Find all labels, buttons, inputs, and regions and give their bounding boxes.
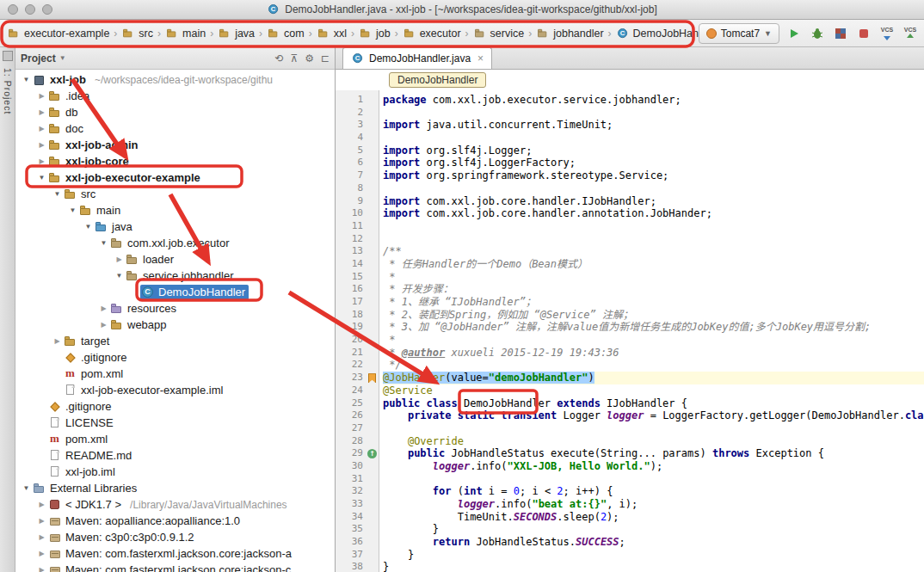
tree-item-loader[interactable]: ▶loader (15, 251, 335, 268)
minimize-window-button[interactable] (25, 4, 35, 15)
breadcrumb-com[interactable]: com (265, 26, 306, 41)
tree-item-maven-c3p0-c3p0-0-9-1-2[interactable]: ▶Maven: c3p0:c3p0:0.9.1.2 (15, 529, 335, 545)
tree-item-maven-com-fasterxml-jackson-core-jackson-c[interactable]: ▶Maven: com.fasterxml.jackson.core:jacks… (15, 562, 335, 572)
breadcrumb-job[interactable]: job (357, 26, 392, 41)
chevron-right-icon[interactable]: ▶ (98, 321, 109, 329)
maven-icon (64, 367, 77, 381)
tree-item-java[interactable]: ▼java (15, 218, 335, 235)
tree-item-xxl-job-core[interactable]: ▶xxl-job-core (15, 153, 335, 169)
chevron-down-icon[interactable]: ▼ (52, 190, 63, 198)
tree-item-pom-xml[interactable]: pom.xml (15, 366, 335, 382)
chevron-down-icon[interactable]: ▼ (21, 76, 32, 83)
gutter-numbers[interactable]: 1234567891011121314151617181920212223242… (336, 90, 367, 572)
override-marker-icon[interactable]: ↑ (367, 449, 377, 458)
tree-item-maven-aopalliance-aopalliance-1-0[interactable]: ▶Maven: aopalliance:aopalliance:1.0 (15, 513, 335, 529)
package-icon (110, 237, 124, 250)
close-window-button[interactable] (8, 4, 18, 15)
tree-item-gitignore[interactable]: .gitignore (15, 349, 335, 366)
chevron-right-icon[interactable]: ▶ (36, 125, 47, 132)
chevron-right-icon[interactable]: ▶ (36, 550, 47, 557)
breadcrumb-main[interactable]: main (163, 26, 207, 41)
tree-item-xxl-job-admin[interactable]: ▶xxl-job-admin (15, 137, 335, 153)
chevron-right-icon[interactable]: ▶ (36, 157, 47, 165)
breadcrumb-executor-example[interactable]: executor-example (5, 26, 111, 41)
folder-icon (48, 106, 62, 120)
chevron-right-icon[interactable]: ▶ (98, 304, 109, 312)
tree-item-external-libraries[interactable]: ▼External Libraries (15, 480, 335, 496)
tree-item-xxl-job[interactable]: ▼xxl-job~/workspaces/idea-git-workspace/… (15, 71, 335, 88)
chevron-right-icon[interactable]: ▶ (52, 337, 63, 345)
tree-item-gitignore[interactable]: .gitignore (15, 398, 335, 415)
folder-icon (48, 171, 62, 185)
chevron-down-icon[interactable]: ▼ (83, 223, 94, 231)
chevron-right-icon[interactable]: ▶ (36, 501, 47, 508)
run-toolbar: Tomcat7 ▼ VCS VCS (699, 23, 919, 44)
vcs-update-button[interactable]: VCS (878, 25, 896, 42)
tree-item-maven-com-fasterxml-jackson-core-jackson-a[interactable]: ▶Maven: com.fasterxml.jackson.core:jacks… (15, 545, 335, 562)
run-configuration-selector[interactable]: Tomcat7 ▼ (699, 23, 779, 44)
chevron-down-icon[interactable]: ▼ (98, 239, 109, 247)
run-button[interactable] (785, 25, 803, 42)
bookmark-icon[interactable] (368, 373, 376, 383)
debug-button[interactable] (809, 25, 826, 42)
tree-item-license[interactable]: LICENSE (15, 415, 335, 431)
breadcrumb-java[interactable]: java (216, 26, 256, 41)
chevron-down-icon[interactable]: ▼ (114, 272, 125, 280)
project-view-selector[interactable]: Project ▼ (21, 52, 66, 65)
coverage-button[interactable] (832, 25, 849, 42)
tree-item-readme-md[interactable]: README.md (15, 447, 335, 464)
tree-item-target[interactable]: ▶target (15, 333, 335, 349)
chevron-right-icon[interactable]: ▶ (36, 92, 47, 100)
settings-gear-icon[interactable]: ⚙ (305, 52, 314, 65)
chevron-right-icon[interactable]: ▶ (36, 141, 47, 149)
breadcrumb-separator: › (210, 28, 213, 40)
tree-item-jdk1-7[interactable]: ▶< JDK1.7 >/Library/Java/JavaVirtualMach… (15, 496, 335, 513)
code-editor[interactable]: 1234567891011121314151617181920212223242… (336, 90, 924, 572)
breadcrumb-executor[interactable]: executor (401, 26, 463, 41)
gutter-markers[interactable]: ↑ (367, 90, 379, 572)
tree-item-com-xxl-job-executor[interactable]: ▼com.xxl.job.executor (15, 235, 335, 251)
collapse-all-icon[interactable]: ⊼ (290, 52, 298, 65)
code-lines[interactable]: package com.xxl.job.executor.service.job… (379, 90, 924, 572)
breadcrumb-src[interactable]: src (120, 26, 155, 41)
tree-item-demojobhandler[interactable]: DemoJobHandler (15, 284, 335, 300)
chevron-down-icon[interactable]: ▼ (67, 206, 78, 214)
chevron-right-icon[interactable]: ▶ (36, 517, 47, 525)
tree-item-db[interactable]: ▶db (15, 104, 335, 120)
project-toolwindow-button[interactable]: 1: Project (3, 68, 13, 114)
breadcrumb-separator: › (259, 28, 262, 40)
chevron-right-icon[interactable]: ▶ (114, 255, 125, 263)
chevron-down-icon[interactable]: ▼ (36, 174, 47, 181)
file-icon (48, 449, 62, 463)
breadcrumb-service[interactable]: service (471, 26, 527, 41)
tree-item-webapp[interactable]: ▶webapp (15, 317, 335, 333)
chevron-right-icon[interactable]: ▶ (36, 108, 47, 116)
diamond-icon (48, 400, 62, 414)
tree-item-xxl-job-executor-example-iml[interactable]: xxl-job-executor-example.iml (15, 382, 335, 398)
tree-item-idea[interactable]: ▶.idea (15, 88, 335, 104)
tree-item-pom-xml[interactable]: pom.xml (15, 431, 335, 447)
chevron-right-icon[interactable]: ▶ (36, 566, 47, 572)
breadcrumb-jobhandler[interactable]: jobhandler (534, 26, 605, 41)
editor-breadcrumb-pill[interactable]: DemoJobHandler (389, 72, 486, 88)
tree-item-doc[interactable]: ▶doc (15, 120, 335, 137)
vcs-commit-button[interactable]: VCS (902, 25, 919, 42)
tree-item-xxl-job-executor-example[interactable]: ▼xxl-job-executor-example (15, 169, 335, 186)
hide-panel-icon[interactable]: ⊏ (321, 52, 330, 65)
tab-demojobhandler-java[interactable]: DemoJobHandler.java × (342, 47, 492, 69)
folder-icon (166, 28, 178, 40)
tree-item-src[interactable]: ▼src (15, 186, 335, 202)
breadcrumb-demojobhandler[interactable]: DemoJobHandler (614, 26, 699, 41)
stop-button[interactable] (855, 25, 872, 42)
tree-item-service-jobhandler[interactable]: ▼service.jobhandler (15, 268, 335, 284)
sync-icon[interactable]: ⟲ (274, 52, 283, 65)
zoom-window-button[interactable] (42, 4, 52, 15)
chevron-right-icon[interactable]: ▶ (36, 533, 47, 541)
project-tree[interactable]: ▼xxl-job~/workspaces/idea-git-workspace/… (15, 70, 335, 572)
close-tab-icon[interactable]: × (477, 52, 484, 65)
tree-item-xxl-job-iml[interactable]: xxl-job.iml (15, 464, 335, 480)
chevron-down-icon[interactable]: ▼ (21, 484, 32, 492)
breadcrumb-xxl[interactable]: xxl (315, 26, 348, 41)
tree-item-main[interactable]: ▼main (15, 202, 335, 218)
tree-item-resources[interactable]: ▶resources (15, 300, 335, 317)
